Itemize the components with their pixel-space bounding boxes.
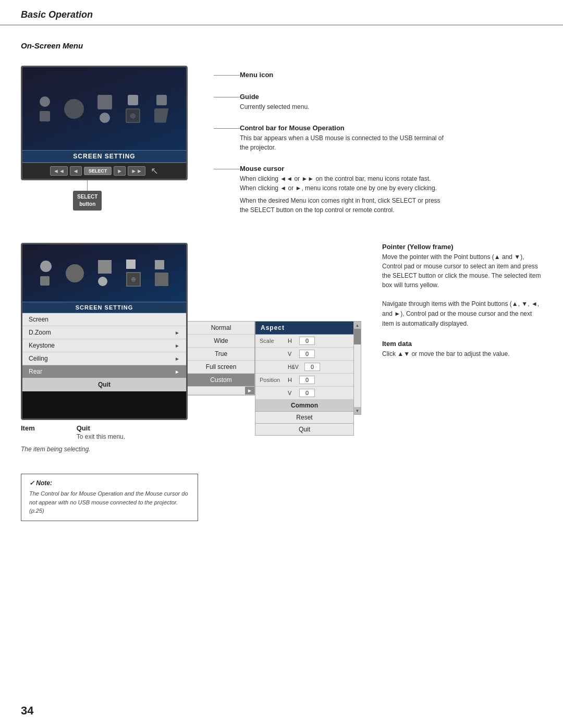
scroll-thumb[interactable] — [354, 329, 361, 344]
ctrl-fastforward[interactable]: ►► — [128, 166, 145, 176]
scroll-down[interactable]: ▼ — [354, 407, 361, 414]
submenus-area: Normal Wide True Full screen Custom ► As… — [187, 321, 361, 436]
ctrl-prev[interactable]: ◄ — [70, 166, 82, 176]
submenu-spacer — [188, 389, 245, 393]
aspect-position-v-row: V 0 — [255, 387, 353, 400]
item-data-title: Item data — [382, 340, 542, 348]
aspect-scale-h-label: H — [288, 338, 297, 344]
menu-item-screen[interactable]: Screen — [22, 313, 186, 326]
aspect-quit[interactable]: Quit — [255, 424, 353, 435]
screen-icons-area: ⊕ — [22, 67, 186, 150]
aspect-scale-v-row: V 0 — [255, 348, 353, 361]
label-line-4 — [214, 169, 240, 169]
control-bar-title: Control bar for Mouse Operation — [240, 124, 542, 132]
screen-inner-top: ⊕ SCREEN SETTING ◄◄ ◄ SELECT ► ►► — [22, 67, 186, 179]
label-content-guide: Guide Currently selected menu. — [240, 93, 542, 112]
sm2-icon-7 — [155, 260, 164, 269]
scroll-track — [354, 329, 361, 407]
aspect-position-h-val: 0 — [299, 376, 315, 384]
aspect-common[interactable]: Common — [255, 400, 353, 412]
quit-label-desc: To exit this menu. — [77, 433, 125, 440]
pointer-label: Pointer (Yellow frame) Move the pointer … — [382, 243, 542, 290]
select-button-box: SELECT button — [73, 191, 102, 211]
aspect-position-h-row: Position H 0 — [255, 374, 353, 387]
aspect-scale-v-label: V — [288, 351, 297, 357]
guide-label-row: Guide Currently selected menu. — [214, 93, 542, 112]
menu-item-keystone[interactable]: Keystone► — [22, 339, 186, 352]
control-bar-label-row: Control bar for Mouse Operation This bar… — [214, 124, 542, 152]
ctrl-select[interactable]: SELECT — [84, 167, 112, 175]
submenu-true[interactable]: True — [188, 348, 254, 361]
aspect-title: Aspect — [255, 322, 353, 335]
screen-setting-bar-bottom: SCREEN SETTING — [22, 302, 186, 313]
submenu-fullscreen[interactable]: Full screen — [188, 361, 254, 374]
note-section: ✓ Note: The Control bar for Mouse Operat… — [21, 474, 198, 521]
submenu-wide[interactable]: Wide — [188, 335, 254, 348]
label-content-mouse-cursor: Mouse cursor When clicking ◄◄ or ►► on t… — [240, 165, 542, 215]
main-content: On-Screen Menu — [0, 26, 563, 542]
submenu-arrow-right[interactable]: ► — [245, 387, 254, 394]
quit-label-group: Quit To exit this menu. — [77, 424, 125, 440]
aspect-scale-v-val: 0 — [299, 350, 315, 358]
screen-mockup-bottom: ⊕ SCREEN SETTING Screen D.Zoom► Keystone… — [21, 243, 188, 420]
control-bar-desc: This bar appears when a USB mouse is con… — [240, 133, 448, 152]
aspect-panel: Aspect Scale H 0 V 0 H&V 0 — [255, 321, 354, 436]
submenu-panel: Normal Wide True Full screen Custom ► — [187, 321, 255, 396]
bottom-diagram: ⊕ SCREEN SETTING Screen D.Zoom► Keystone… — [21, 243, 542, 453]
menu-icon-label-row: Menu icon — [214, 71, 542, 80]
sm2-center-display: ⊕ — [126, 272, 141, 287]
label-content-menu-icon: Menu icon — [240, 71, 542, 80]
menu-icon-4 — [97, 95, 112, 109]
screen-inner-bottom: ⊕ — [22, 244, 186, 302]
sm2-icon-3 — [66, 264, 84, 282]
aspect-scale-hv-row: H&V 0 — [255, 361, 353, 374]
item-label-title: Item — [21, 424, 35, 432]
mouse-cursor-label-row: Mouse cursor When clicking ◄◄ or ►► on t… — [214, 165, 542, 215]
menu-item-quit[interactable]: Quit — [22, 378, 186, 391]
sm2-icon-8 — [155, 273, 168, 286]
note-label: Note: — [36, 479, 52, 487]
scroll-up[interactable]: ▲ — [354, 322, 361, 329]
note-text: The Control bar for Mouse Operation and … — [29, 489, 190, 515]
menu-item-dzoom[interactable]: D.Zoom► — [22, 326, 186, 339]
label-content-control-bar: Control bar for Mouse Operation This bar… — [240, 124, 542, 152]
menu-icon-1 — [40, 96, 50, 107]
label-line-2 — [214, 97, 240, 97]
bottom-right-column: Pointer (Yellow frame) Move the pointer … — [382, 243, 542, 359]
menu-icon-title: Menu icon — [240, 71, 542, 79]
sm2-icon-2 — [40, 276, 50, 286]
page-title: Basic Operation — [21, 9, 93, 20]
select-button-callout: SELECT button — [73, 180, 102, 211]
aspect-position-label: Position — [260, 377, 286, 383]
screen-icons-bottom: ⊕ — [22, 244, 186, 302]
quit-label-title: Quit — [77, 424, 125, 432]
top-labels-column: Menu icon Guide Currently selected menu.… — [214, 66, 542, 227]
mouse-cursor-desc2: When the desired Menu icon comes right i… — [240, 196, 448, 215]
sm2-icon-5 — [98, 277, 107, 286]
item-data-label: Item data Click ▲▼ or move the bar to ad… — [382, 340, 542, 359]
item-being-selected: The item being selecting. — [21, 446, 188, 453]
aspect-scale-h-val: 0 — [299, 337, 315, 345]
ctrl-next[interactable]: ► — [114, 166, 126, 176]
screen-mockup-top: ⊕ SCREEN SETTING ◄◄ ◄ SELECT ► ►► — [21, 66, 188, 180]
screen-label-bar-top: SCREEN SETTING — [22, 150, 186, 163]
guide-title: Guide — [240, 93, 542, 101]
note-title: ✓ Note: — [29, 479, 190, 487]
pointer-title: Pointer (Yellow frame) — [382, 243, 542, 251]
navigate-text: Navigate through items with the Point bu… — [382, 299, 542, 329]
bottom-left-column: ⊕ SCREEN SETTING Screen D.Zoom► Keystone… — [21, 243, 188, 453]
ctrl-rewind[interactable]: ◄◄ — [50, 166, 68, 176]
sm2-icon-6 — [126, 260, 136, 269]
menu-item-rear[interactable]: Rear► — [22, 365, 186, 378]
aspect-reset[interactable]: Reset — [255, 412, 353, 424]
menu-icon-6 — [128, 95, 138, 105]
menu-icon-8 — [154, 108, 169, 123]
sm2-icon-1 — [40, 261, 52, 272]
mouse-cursor-desc1: When clicking ◄◄ or ►► on the control ba… — [240, 174, 448, 193]
menu-item-ceiling[interactable]: Ceiling► — [22, 352, 186, 365]
item-label-group: Item — [21, 424, 35, 440]
submenu-custom[interactable]: Custom — [188, 374, 254, 387]
check-icon: ✓ — [29, 479, 34, 487]
submenu-normal[interactable]: Normal — [188, 322, 254, 335]
scrollbar[interactable]: ▲ ▼ — [354, 321, 361, 415]
